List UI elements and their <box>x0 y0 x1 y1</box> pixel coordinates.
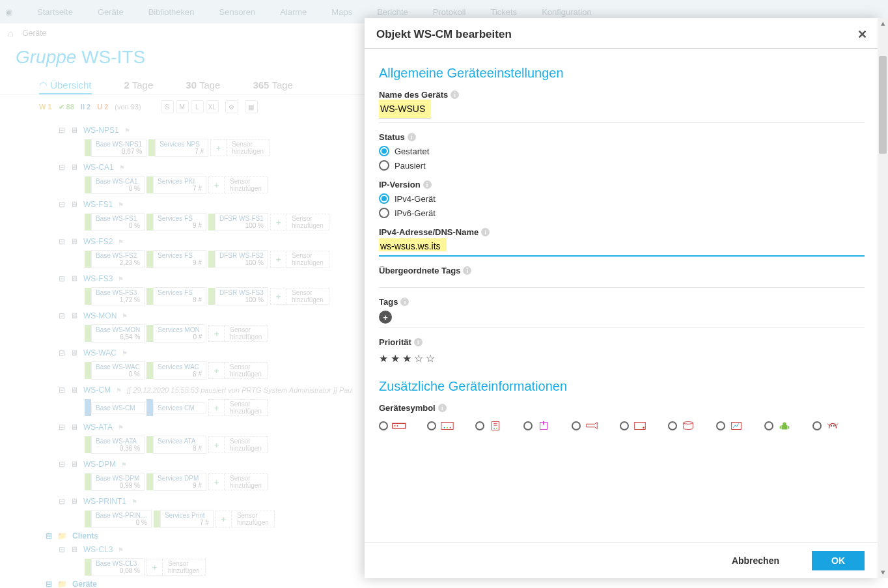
svg-point-16 <box>684 422 693 425</box>
svg-point-23 <box>833 425 835 427</box>
svg-rect-20 <box>780 426 781 429</box>
svg-rect-21 <box>788 426 790 429</box>
section-general: Allgemeine Geräteeinstellungen <box>379 66 865 81</box>
device-icon-option[interactable] <box>764 421 792 431</box>
ok-button[interactable]: OK <box>812 551 865 570</box>
device-icon-option[interactable] <box>523 421 551 431</box>
label-ipv4-address: IPv4-Adresse/DNS-Name <box>379 227 479 237</box>
label-status: Status <box>379 132 405 142</box>
device-icon-option[interactable] <box>379 421 406 431</box>
device-icon-option[interactable] <box>716 421 743 431</box>
svg-point-10 <box>493 428 495 429</box>
section-additional: Zusätzliche Geräteinformationen <box>379 379 865 394</box>
ipv4-address-input[interactable] <box>379 237 865 257</box>
modal-title: Objekt WS-CM bearbeiten <box>376 28 512 41</box>
svg-line-24 <box>827 423 829 425</box>
info-icon[interactable]: i <box>451 91 459 99</box>
label-priority: Priorität <box>379 337 411 347</box>
label-device-icon: Gerätesymbol <box>379 403 436 413</box>
device-icon-option[interactable] <box>572 421 599 431</box>
info-icon[interactable]: i <box>414 338 423 346</box>
svg-point-15 <box>643 427 645 428</box>
modal-scrollbar[interactable]: ▴ ▾ <box>878 18 888 578</box>
device-icon-options <box>379 421 865 431</box>
svg-point-6 <box>450 427 451 428</box>
radio-ipv4[interactable]: IPv4-Gerät <box>379 193 865 204</box>
priority-stars[interactable]: ★★★☆☆ <box>379 352 865 365</box>
label-ip-version: IP-Version <box>379 180 421 189</box>
device-icon-option[interactable] <box>620 421 647 431</box>
info-icon[interactable]: i <box>463 266 471 275</box>
svg-rect-19 <box>781 425 787 429</box>
close-icon[interactable]: ✕ <box>857 27 867 42</box>
device-icon-option[interactable] <box>812 421 840 431</box>
svg-point-2 <box>396 425 398 427</box>
svg-line-25 <box>837 423 839 425</box>
radio-ipv6[interactable]: IPv6-Gerät <box>379 208 865 218</box>
device-icon-option[interactable] <box>427 421 454 431</box>
svg-point-11 <box>496 428 497 429</box>
device-icon-option[interactable] <box>668 421 695 431</box>
add-tag-button[interactable]: + <box>379 311 392 324</box>
svg-rect-3 <box>441 423 453 430</box>
info-icon[interactable]: i <box>400 298 409 306</box>
info-icon[interactable]: i <box>481 228 490 236</box>
info-icon[interactable]: i <box>438 404 447 412</box>
radio-status-paused[interactable]: Pausiert <box>379 160 865 171</box>
label-device-name: Name des Geräts <box>379 90 448 100</box>
svg-point-1 <box>395 425 396 427</box>
cancel-button[interactable]: Abbrechen <box>712 551 799 570</box>
edit-device-modal: Objekt WS-CM bearbeiten ✕ Allgemeine Ger… <box>365 18 879 578</box>
svg-point-22 <box>831 425 832 427</box>
label-tags: Tags <box>379 297 398 307</box>
svg-point-5 <box>447 427 448 428</box>
device-name-input[interactable] <box>379 100 431 119</box>
info-icon[interactable]: i <box>423 180 432 189</box>
svg-point-4 <box>444 427 445 428</box>
device-icon-option[interactable] <box>475 421 503 431</box>
radio-status-started[interactable]: Gestartet <box>379 146 865 156</box>
info-icon[interactable]: i <box>408 133 416 141</box>
label-parent-tags: Übergeordnete Tags <box>379 266 460 275</box>
svg-rect-7 <box>492 422 499 430</box>
